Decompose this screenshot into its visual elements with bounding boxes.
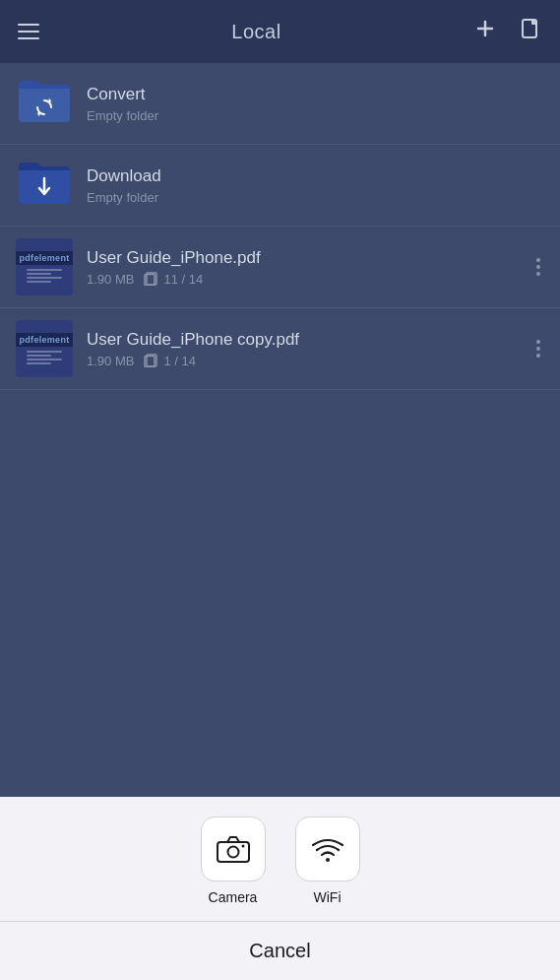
file-info: User Guide_iPhone copy.pdf 1.90 MB 1 / 1… <box>87 330 532 368</box>
file-pages: 1 / 14 <box>144 354 196 368</box>
camera-icon <box>217 835 250 863</box>
svg-point-10 <box>241 845 244 848</box>
more-options-button[interactable] <box>532 250 544 284</box>
header: Local <box>0 0 560 63</box>
file-info: User Guide_iPhone.pdf 1.90 MB 11 / 14 <box>87 248 532 287</box>
header-left <box>18 24 39 39</box>
pdf-icon: pdfelement <box>16 320 73 377</box>
list-item[interactable]: pdfelement User Guide_iPhone copy.pdf 1.… <box>0 308 560 390</box>
svg-point-11 <box>326 858 330 862</box>
bottom-actions: Camera WiFi <box>0 797 560 922</box>
list-item[interactable]: pdfelement User Guide_iPhone.pdf 1.90 MB <box>0 227 560 308</box>
wifi-icon-box <box>295 817 360 882</box>
svg-rect-8 <box>218 842 249 862</box>
list-item[interactable]: Convert Empty folder <box>0 63 560 145</box>
file-name: User Guide_iPhone.pdf <box>87 248 532 268</box>
camera-icon-box <box>201 817 266 882</box>
pdf-icon: pdfelement <box>16 238 73 295</box>
file-name: User Guide_iPhone copy.pdf <box>87 330 532 350</box>
page-title: Local <box>231 21 280 43</box>
file-name: Convert <box>87 85 544 104</box>
file-meta: Empty folder <box>87 108 544 123</box>
file-name: Download <box>87 166 544 186</box>
file-list: Convert Empty folder Download Empty fold… <box>0 63 560 797</box>
wifi-icon <box>312 836 343 862</box>
wifi-action[interactable]: WiFi <box>295 817 360 905</box>
file-meta: 1.90 MB 1 / 14 <box>87 354 532 368</box>
svg-point-9 <box>227 847 238 858</box>
list-item[interactable]: Download Empty folder <box>0 145 560 227</box>
camera-label: Camera <box>209 889 258 905</box>
cancel-button[interactable]: Cancel <box>0 922 560 980</box>
add-icon[interactable] <box>473 17 497 46</box>
note-icon[interactable] <box>519 17 542 46</box>
file-size: 1.90 MB <box>87 272 134 287</box>
file-meta: 1.90 MB 11 / 14 <box>87 272 532 287</box>
header-right <box>473 17 542 46</box>
file-info: Convert Empty folder <box>87 85 544 123</box>
file-pages: 11 / 14 <box>144 272 203 287</box>
pages-icon <box>144 272 159 286</box>
folder-icon <box>16 75 73 132</box>
file-size: 1.90 MB <box>87 354 134 368</box>
wifi-label: WiFi <box>314 889 342 905</box>
file-meta: Empty folder <box>87 190 544 205</box>
folder-icon <box>16 157 73 214</box>
menu-icon[interactable] <box>18 24 39 39</box>
camera-action[interactable]: Camera <box>201 817 266 905</box>
more-options-button[interactable] <box>532 332 544 365</box>
pages-icon <box>144 354 159 367</box>
bottom-sheet: Camera WiFi Cancel <box>0 797 560 980</box>
file-info: Download Empty folder <box>87 166 544 205</box>
